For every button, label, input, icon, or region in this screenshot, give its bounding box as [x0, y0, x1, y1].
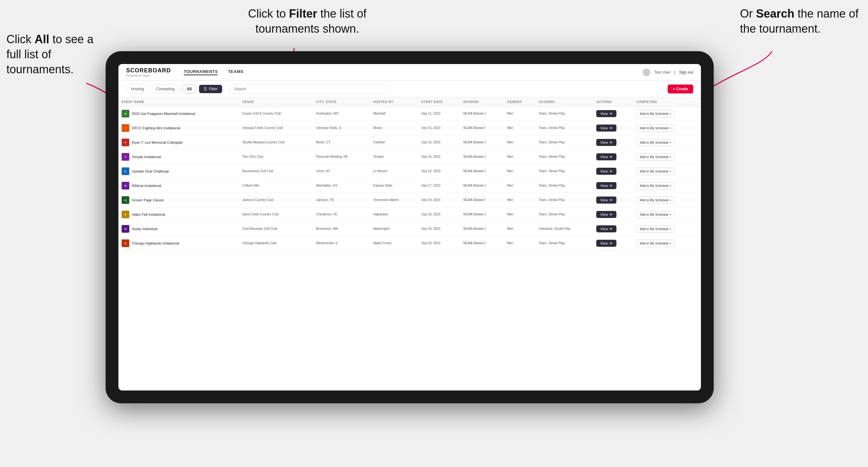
eye-icon-0: 👁 [610, 112, 613, 116]
venue-cell-1: Olympia Fields Country Club [239, 121, 313, 135]
event-name-cell-8: W Husky Individual [118, 222, 239, 236]
actions-cell-7: View 👁 [593, 208, 633, 222]
venue-cell-8: Gold Mountain Golf Club [239, 222, 313, 236]
view-button-0[interactable]: View 👁 [596, 110, 616, 117]
competing-cell-6: Add to My Schedule + [633, 193, 701, 208]
scoring-cell-7: Team, Stroke Play [536, 208, 593, 222]
start-date-cell-3: Sep 16, 2023 [418, 150, 460, 164]
event-name-7: Valpo Fall Invitational [132, 213, 165, 216]
hosted-by-cell-0: Marshall [370, 106, 418, 121]
division-cell-4: NCAA Division I [460, 164, 504, 179]
table-wrap: EVENT NAME VENUE CITY, STATE HOSTED BY S… [118, 98, 701, 391]
col-city-state: CITY, STATE [313, 98, 370, 106]
view-button-1[interactable]: View 👁 [596, 125, 616, 131]
view-button-7[interactable]: View 👁 [596, 211, 616, 218]
tournaments-table: EVENT NAME VENUE CITY, STATE HOSTED BY S… [118, 98, 701, 251]
view-button-9[interactable]: View 👁 [596, 240, 616, 247]
team-logo-8: W [122, 225, 129, 233]
logo-text: SCOREBOARD [126, 67, 171, 74]
scoring-cell-5: Team, Stroke Play [536, 179, 593, 193]
event-name-5: Wildcat Invitational [132, 184, 161, 188]
team-logo-4: U [122, 167, 129, 175]
table-row: U Upstate Dual Challenge Ravenwood Golf … [118, 164, 701, 179]
venue-cell-0: Guyan Golf & Country Club [239, 106, 313, 121]
add-schedule-button-8[interactable]: Add to My Schedule + [636, 225, 675, 233]
team-logo-2: F [122, 138, 129, 146]
event-name-cell-9: C Chicago Highlands Invitational [118, 236, 239, 251]
division-cell-6: NCAA Division I [460, 193, 504, 208]
view-button-4[interactable]: View 👁 [596, 168, 616, 175]
gender-cell-4: Men [504, 164, 535, 179]
start-date-cell-4: Sep 16, 2023 [418, 164, 460, 179]
tablet-frame: SCOREBOARD Powered by clippd TOURNAMENTS… [105, 51, 714, 403]
col-competing: COMPETING [633, 98, 701, 106]
tab-all[interactable]: All [182, 85, 196, 93]
actions-cell-5: View 👁 [593, 179, 633, 193]
start-date-cell-9: Sep 18, 2023 [418, 236, 460, 251]
hosted-by-cell-8: Washington [370, 222, 418, 236]
actions-cell-6: View 👁 [593, 193, 633, 208]
eye-icon-1: 👁 [610, 126, 613, 130]
start-date-cell-2: Sep 16, 2023 [418, 135, 460, 150]
col-division: DIVISION [460, 98, 504, 106]
add-schedule-button-1[interactable]: Add to My Schedule + [636, 125, 675, 132]
nav-tournaments[interactable]: TOURNAMENTS [184, 69, 218, 75]
venue-cell-9: Chicago Highlands Club [239, 236, 313, 251]
gender-cell-6: Men [504, 193, 535, 208]
add-schedule-button-9[interactable]: Add to My Schedule + [636, 240, 675, 247]
add-schedule-button-7[interactable]: Add to My Schedule + [636, 211, 675, 218]
event-name-cell-1: I OFCC Fighting Illini Invitational [118, 121, 239, 135]
eye-icon-7: 👁 [610, 213, 613, 216]
tab-competing[interactable]: Competing [151, 85, 180, 93]
add-schedule-button-6[interactable]: Add to My Schedule + [636, 196, 675, 204]
table-row: I OFCC Fighting Illini Invitational Olym… [118, 121, 701, 135]
competing-cell-0: Add to My Schedule + [633, 106, 701, 121]
event-name-3: Temple Invitational [132, 155, 161, 159]
add-schedule-button-2[interactable]: Add to My Schedule + [636, 139, 675, 146]
city-state-cell-0: Huntington, WV [313, 106, 370, 121]
user-name: Test User [654, 70, 671, 74]
eye-icon-3: 👁 [610, 155, 613, 159]
annotation-top-center: Click to Filter the list of tournaments … [218, 6, 397, 36]
sign-out-link[interactable]: Sign out [679, 70, 693, 74]
nav-teams[interactable]: TEAMS [228, 69, 243, 75]
city-state-cell-3: Plymouth Meeting, PA [313, 150, 370, 164]
division-cell-3: NCAA Division I [460, 150, 504, 164]
actions-cell-8: View 👁 [593, 222, 633, 236]
toolbar: Hosting Competing All ☰ Filter + Create [118, 81, 701, 98]
view-button-5[interactable]: View 👁 [596, 182, 616, 189]
competing-cell-5: Add to My Schedule + [633, 179, 701, 193]
actions-cell-4: View 👁 [593, 164, 633, 179]
view-button-8[interactable]: View 👁 [596, 225, 616, 232]
event-name-cell-7: V Valpo Fall Invitational [118, 208, 239, 222]
event-name-2: Ryan T. Lee Memorial Collegiate [132, 141, 183, 144]
table-row: G Grover Page Classic Jackson Country Cl… [118, 193, 701, 208]
gender-cell-8: Men [504, 222, 535, 236]
separator: | [674, 70, 675, 74]
add-schedule-button-4[interactable]: Add to My Schedule + [636, 168, 675, 175]
filter-button[interactable]: ☰ Filter [199, 85, 222, 93]
hosted-by-cell-9: Wake Forest [370, 236, 418, 251]
table-header-row: EVENT NAME VENUE CITY, STATE HOSTED BY S… [118, 98, 701, 106]
create-button[interactable]: + Create [668, 85, 693, 93]
event-name-cell-2: F Ryan T. Lee Memorial Collegiate [118, 135, 239, 150]
team-logo-1: I [122, 124, 129, 132]
search-input[interactable] [230, 85, 390, 93]
view-button-3[interactable]: View 👁 [596, 153, 616, 160]
competing-cell-9: Add to My Schedule + [633, 236, 701, 251]
add-schedule-button-5[interactable]: Add to My Schedule + [636, 182, 675, 189]
scoring-cell-3: Team, Stroke Play [536, 150, 593, 164]
gender-cell-3: Men [504, 150, 535, 164]
tab-hosting[interactable]: Hosting [126, 85, 149, 93]
event-name-4: Upstate Dual Challenge [132, 169, 169, 173]
eye-icon-2: 👁 [610, 141, 613, 144]
view-button-6[interactable]: View 👁 [596, 196, 616, 204]
division-cell-9: NCAA Division I [460, 236, 504, 251]
city-state-cell-2: Berlin, CT [313, 135, 370, 150]
team-logo-6: G [122, 196, 129, 204]
col-gender: GENDER [504, 98, 535, 106]
add-schedule-button-3[interactable]: Add to My Schedule + [636, 153, 675, 161]
add-schedule-button-0[interactable]: Add to My Schedule + [636, 110, 675, 118]
view-button-2[interactable]: View 👁 [596, 139, 616, 146]
col-hosted-by: HOSTED BY [370, 98, 418, 106]
